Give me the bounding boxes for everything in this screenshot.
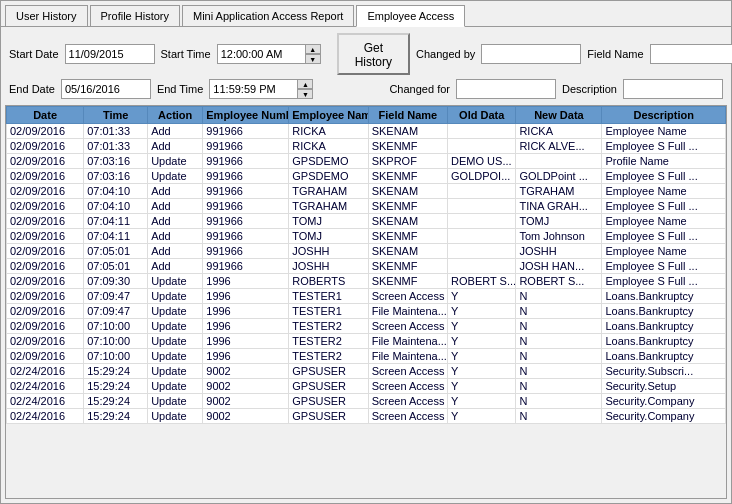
table-row[interactable]: 02/09/201607:03:16Update991966GPSDEMOSKP… — [7, 154, 726, 169]
table-cell-1-3: 991966 — [203, 139, 289, 154]
table-cell-18-0: 02/24/2016 — [7, 394, 84, 409]
tab-employee-access[interactable]: Employee Access — [356, 5, 465, 27]
table-cell-9-8: Employee S Full ... — [602, 259, 726, 274]
table-row[interactable]: 02/09/201607:10:00Update1996TESTER2File … — [7, 349, 726, 364]
table-row[interactable]: 02/09/201607:04:10Add991966TGRAHAMSKENAM… — [7, 184, 726, 199]
table-cell-4-2: Add — [148, 184, 203, 199]
start-time-input[interactable] — [217, 44, 307, 64]
table-cell-9-1: 07:05:01 — [84, 259, 148, 274]
changed-for-input[interactable] — [456, 79, 556, 99]
table-cell-13-7: N — [516, 319, 602, 334]
start-date-input[interactable] — [65, 44, 155, 64]
table-cell-9-2: Add — [148, 259, 203, 274]
table-cell-14-4: TESTER2 — [289, 334, 368, 349]
field-name-input[interactable] — [650, 44, 732, 64]
table-cell-15-3: 1996 — [203, 349, 289, 364]
changed-for-label: Changed for — [389, 83, 450, 95]
start-time-up[interactable]: ▲ — [305, 44, 321, 54]
table-row[interactable]: 02/09/201607:10:00Update1996TESTER2Scree… — [7, 319, 726, 334]
table-cell-7-2: Add — [148, 229, 203, 244]
get-history-button[interactable]: Get History — [337, 33, 410, 75]
tab-user-history[interactable]: User History — [5, 5, 88, 26]
table-row[interactable]: 02/09/201607:01:33Add991966RICKASKENMFRI… — [7, 139, 726, 154]
table-row[interactable]: 02/24/201615:29:24Update9002GPSUSERScree… — [7, 409, 726, 424]
table-cell-10-5: SKENMF — [368, 274, 447, 289]
table-cell-4-8: Employee Name — [602, 184, 726, 199]
table-cell-1-5: SKENMF — [368, 139, 447, 154]
table-cell-4-7: TGRAHAM — [516, 184, 602, 199]
table-row[interactable]: 02/09/201607:10:00Update1996TESTER2File … — [7, 334, 726, 349]
table-cell-6-7: TOMJ — [516, 214, 602, 229]
table-body: 02/09/201607:01:33Add991966RICKASKENAMRI… — [7, 124, 726, 424]
table-row[interactable]: 02/24/201615:29:24Update9002GPSUSERScree… — [7, 364, 726, 379]
table-cell-12-1: 07:09:47 — [84, 304, 148, 319]
table-row[interactable]: 02/09/201607:01:33Add991966RICKASKENAMRI… — [7, 124, 726, 139]
table-cell-3-5: SKENMF — [368, 169, 447, 184]
table-row[interactable]: 02/09/201607:09:47Update1996TESTER1File … — [7, 304, 726, 319]
table-cell-2-8: Profile Name — [602, 154, 726, 169]
table-row[interactable]: 02/09/201607:04:11Add991966TOMJSKENAMTOM… — [7, 214, 726, 229]
table-cell-11-3: 1996 — [203, 289, 289, 304]
table-cell-13-4: TESTER2 — [289, 319, 368, 334]
table-cell-5-8: Employee S Full ... — [602, 199, 726, 214]
table-cell-10-2: Update — [148, 274, 203, 289]
table-cell-6-4: TOMJ — [289, 214, 368, 229]
table-cell-5-6 — [448, 199, 516, 214]
table-cell-10-1: 07:09:30 — [84, 274, 148, 289]
table-cell-2-2: Update — [148, 154, 203, 169]
tab-bar: User History Profile History Mini Applic… — [1, 1, 731, 27]
table-header-row: Date Time Action Employee Number Employe… — [7, 107, 726, 124]
table-cell-11-7: N — [516, 289, 602, 304]
table-cell-18-1: 15:29:24 — [84, 394, 148, 409]
table-cell-12-5: File Maintena... — [368, 304, 447, 319]
end-time-down[interactable]: ▼ — [297, 89, 313, 99]
end-time-up[interactable]: ▲ — [297, 79, 313, 89]
table-cell-1-0: 02/09/2016 — [7, 139, 84, 154]
table-cell-14-3: 1996 — [203, 334, 289, 349]
table-cell-6-1: 07:04:11 — [84, 214, 148, 229]
table-cell-4-6 — [448, 184, 516, 199]
start-time-spinner: ▲ ▼ — [217, 44, 321, 64]
table-cell-3-8: Employee S Full ... — [602, 169, 726, 184]
start-time-label: Start Time — [161, 48, 211, 60]
table-cell-9-6 — [448, 259, 516, 274]
table-row[interactable]: 02/09/201607:05:01Add991966JOSHHSKENAMJO… — [7, 244, 726, 259]
data-table-container: Date Time Action Employee Number Employe… — [5, 105, 727, 499]
table-row[interactable]: 02/09/201607:09:47Update1996TESTER1Scree… — [7, 289, 726, 304]
table-scroll-area[interactable]: Date Time Action Employee Number Employe… — [6, 106, 726, 498]
table-cell-5-1: 07:04:10 — [84, 199, 148, 214]
controls-row-1: Start Date Start Time ▲ ▼ Get History Ch… — [9, 33, 723, 75]
table-cell-7-0: 02/09/2016 — [7, 229, 84, 244]
table-row[interactable]: 02/24/201615:29:24Update9002GPSUSERScree… — [7, 379, 726, 394]
table-row[interactable]: 02/09/201607:04:10Add991966TGRAHAMSKENMF… — [7, 199, 726, 214]
table-row[interactable]: 02/09/201607:03:16Update991966GPSDEMOSKE… — [7, 169, 726, 184]
tab-mini-app-access-report[interactable]: Mini Application Access Report — [182, 5, 354, 26]
table-cell-17-0: 02/24/2016 — [7, 379, 84, 394]
table-cell-7-6 — [448, 229, 516, 244]
start-time-down[interactable]: ▼ — [305, 54, 321, 64]
data-table: Date Time Action Employee Number Employe… — [6, 106, 726, 424]
table-row[interactable]: 02/09/201607:09:30Update1996ROBERTSSKENM… — [7, 274, 726, 289]
table-row[interactable]: 02/09/201607:04:11Add991966TOMJSKENMFTom… — [7, 229, 726, 244]
table-cell-7-3: 991966 — [203, 229, 289, 244]
table-cell-4-3: 991966 — [203, 184, 289, 199]
end-date-input[interactable] — [61, 79, 151, 99]
table-cell-10-0: 02/09/2016 — [7, 274, 84, 289]
changed-by-input[interactable] — [481, 44, 581, 64]
table-cell-15-6: Y — [448, 349, 516, 364]
table-cell-1-7: RICK ALVE... — [516, 139, 602, 154]
table-cell-18-7: N — [516, 394, 602, 409]
table-cell-14-6: Y — [448, 334, 516, 349]
end-time-input[interactable] — [209, 79, 299, 99]
table-cell-19-8: Security.Company — [602, 409, 726, 424]
table-cell-2-0: 02/09/2016 — [7, 154, 84, 169]
table-row[interactable]: 02/24/201615:29:24Update9002GPSUSERScree… — [7, 394, 726, 409]
tab-profile-history[interactable]: Profile History — [90, 5, 180, 26]
table-row[interactable]: 02/09/201607:05:01Add991966JOSHHSKENMFJO… — [7, 259, 726, 274]
description-input[interactable] — [623, 79, 723, 99]
col-header-action: Action — [148, 107, 203, 124]
table-cell-18-5: Screen Access — [368, 394, 447, 409]
table-cell-2-7 — [516, 154, 602, 169]
table-cell-7-7: Tom Johnson — [516, 229, 602, 244]
col-header-time: Time — [84, 107, 148, 124]
